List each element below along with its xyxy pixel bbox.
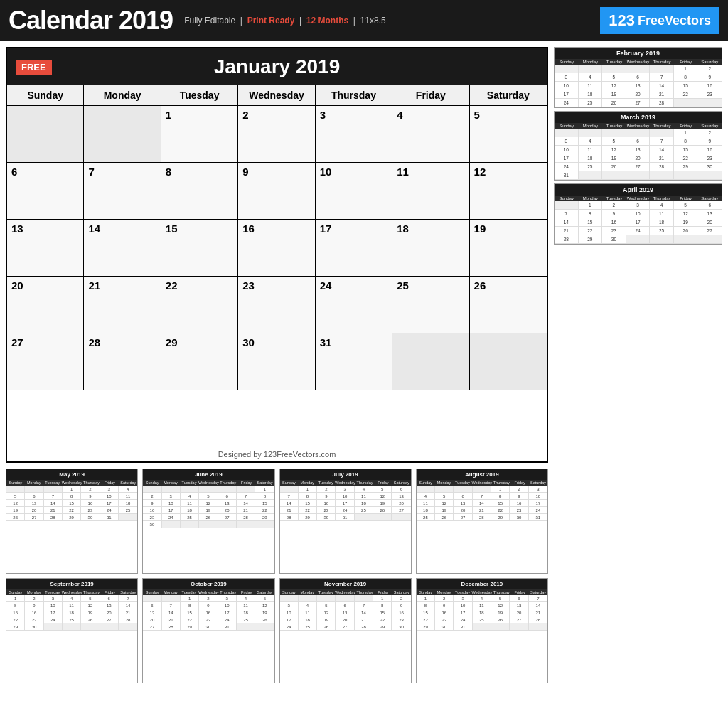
free-badge: FREE — [16, 60, 52, 75]
january-header: FREE January 2019 — [7, 48, 547, 85]
august-calendar: August 2019 SundayMondayTuesdayWednesday… — [416, 469, 548, 574]
january-title: January 2019 — [214, 55, 340, 78]
day-fri: Friday — [392, 85, 469, 105]
d: Monday — [25, 480, 43, 486]
may-days: SundayMondayTuesdayWednesdayThursdayFrid… — [6, 480, 137, 486]
august-days: SundayMondayTuesdayWednesdayThursdayFrid… — [417, 480, 547, 486]
day-thu: Thursday — [316, 85, 392, 105]
cal-cell — [7, 106, 84, 163]
cal-cell: 19 — [470, 220, 547, 277]
cal-cell — [392, 333, 469, 390]
d: Wednesday — [62, 480, 82, 486]
december-calendar: December 2019 SundayMondayTuesdayWednesd… — [416, 578, 548, 683]
mar-header: March 2019 — [555, 112, 722, 123]
june-grid: 1 2345678 9101112131415 16171819202122 2… — [143, 486, 274, 528]
cal-cell: 27 — [7, 333, 84, 390]
june-calendar: June 2019 SundayMondayTuesdayWednesdayTh… — [142, 469, 274, 574]
logo-num: 123 — [609, 11, 635, 30]
may-calendar: May 2019 SundayMondayTuesdayWednesdayThu… — [6, 469, 138, 574]
june-header: June 2019 — [143, 469, 274, 480]
february-calendar: February 2019 SundayMondayTuesdayWednesd… — [554, 47, 722, 108]
november-calendar: November 2019 SundayMondayTuesdayWednesd… — [279, 578, 412, 683]
cal-cell: 28 — [84, 333, 161, 390]
cal-cell: 12 — [470, 163, 547, 220]
d: Sunday — [6, 480, 25, 486]
cal-cell: 18 — [392, 220, 469, 277]
day-tue: Tuesday — [161, 85, 238, 105]
day-sat: Saturday — [470, 85, 547, 105]
july-grid: 123456 78910111213 14151617181920 212223… — [280, 486, 411, 521]
march-calendar: March 2019 SundayMondayTuesdayWednesdayT… — [554, 111, 722, 181]
d: Thursday — [82, 480, 101, 486]
cal-cell: 17 — [316, 220, 392, 277]
cal-cell: 7 — [84, 163, 161, 220]
cal-cell: 1 — [161, 106, 238, 163]
cal-cell: 15 — [161, 220, 238, 277]
small-row-2: September 2019 SundayMondayTuesdayWednes… — [6, 578, 548, 683]
cal-cell: 9 — [238, 163, 315, 220]
may-grid: 1234 567891011 12131415161718 1920212223… — [6, 486, 137, 521]
left-panel: FREE January 2019 Sunday Monday Tuesday … — [0, 41, 554, 728]
cal-cell: 13 — [7, 220, 84, 277]
bottom-small-calendars: May 2019 SundayMondayTuesdayWednesdayThu… — [6, 469, 548, 683]
cal-cell: 23 — [238, 277, 315, 333]
cal-cell: 31 — [316, 333, 392, 390]
right-panel: February 2019 SundayMondayTuesdayWednesd… — [554, 41, 728, 728]
sep-header: September 2019 — [6, 579, 137, 589]
cal-cell: 14 — [84, 220, 161, 277]
d: Tuesday — [43, 480, 62, 486]
cal-cell: 20 — [7, 277, 84, 333]
header-left: Calendar 2019 Fully Editable | Print Rea… — [9, 6, 386, 36]
day-mon: Monday — [84, 85, 161, 105]
d: Saturday — [119, 480, 137, 486]
cal-cell: 30 — [238, 333, 315, 390]
logo-text: FreeVectors — [638, 14, 711, 28]
main-title: Calendar 2019 — [9, 6, 173, 36]
cal-cell: 29 — [161, 333, 238, 390]
cal-cell: 21 — [84, 277, 161, 333]
nov-header: November 2019 — [280, 579, 411, 589]
days-header: Sunday Monday Tuesday Wednesday Thursday… — [7, 85, 547, 106]
july-header: July 2019 — [280, 469, 411, 480]
september-calendar: September 2019 SundayMondayTuesdayWednes… — [6, 578, 138, 683]
june-days: SundayMondayTuesdayWednesdayThursdayFrid… — [143, 480, 274, 486]
top-header: Calendar 2019 Fully Editable | Print Rea… — [0, 0, 728, 41]
feb-header: February 2019 — [555, 48, 722, 59]
cal-cell: 10 — [316, 163, 392, 220]
cal-cell: 8 — [161, 163, 238, 220]
apr-header: April 2019 — [555, 184, 722, 196]
logo: 123 FreeVectors — [600, 7, 719, 34]
july-calendar: July 2019 SundayMondayTuesdayWednesdayTh… — [279, 469, 412, 574]
cal-cell — [470, 333, 547, 390]
cal-cell: 22 — [161, 277, 238, 333]
cal-cell: 6 — [7, 163, 84, 220]
cal-cell: 4 — [392, 106, 469, 163]
july-days: SundayMondayTuesdayWednesdayThursdayFrid… — [280, 480, 411, 486]
subtitle: Fully Editable | Print Ready | 12 Months… — [184, 16, 385, 26]
day-wed: Wednesday — [238, 85, 315, 105]
calendar-footer: Designed by 123FreeVectors.com — [7, 447, 547, 461]
main-content: FREE January 2019 Sunday Monday Tuesday … — [0, 41, 728, 728]
may-header: May 2019 — [6, 469, 137, 480]
cal-cell: 25 — [392, 277, 469, 333]
january-calendar: FREE January 2019 Sunday Monday Tuesday … — [6, 47, 548, 463]
cal-cell: 2 — [238, 106, 315, 163]
oct-header: October 2019 — [143, 579, 274, 589]
august-header: August 2019 — [417, 469, 547, 480]
small-row-1: May 2019 SundayMondayTuesdayWednesdayThu… — [6, 469, 548, 574]
april-calendar: April 2019 SundayMondayTuesdayWednesdayT… — [554, 183, 722, 245]
january-grid: 1 2 3 4 5 6 7 8 9 10 11 12 13 14 15 16 1… — [7, 106, 547, 447]
cal-cell: 3 — [316, 106, 392, 163]
dec-header: December 2019 — [417, 579, 547, 589]
months-label: 12 Months — [306, 16, 348, 26]
october-calendar: October 2019 SundayMondayTuesdayWednesda… — [142, 578, 274, 683]
d: Friday — [100, 480, 119, 486]
cal-cell: 26 — [470, 277, 547, 333]
cal-cell: 11 — [392, 163, 469, 220]
day-sun: Sunday — [7, 85, 84, 105]
cal-cell: 16 — [238, 220, 315, 277]
cal-cell: 5 — [470, 106, 547, 163]
cal-cell: 24 — [316, 277, 392, 333]
august-grid: 123 45678910 11121314151617 181920212223… — [417, 486, 547, 521]
print-ready: Print Ready — [247, 16, 295, 26]
